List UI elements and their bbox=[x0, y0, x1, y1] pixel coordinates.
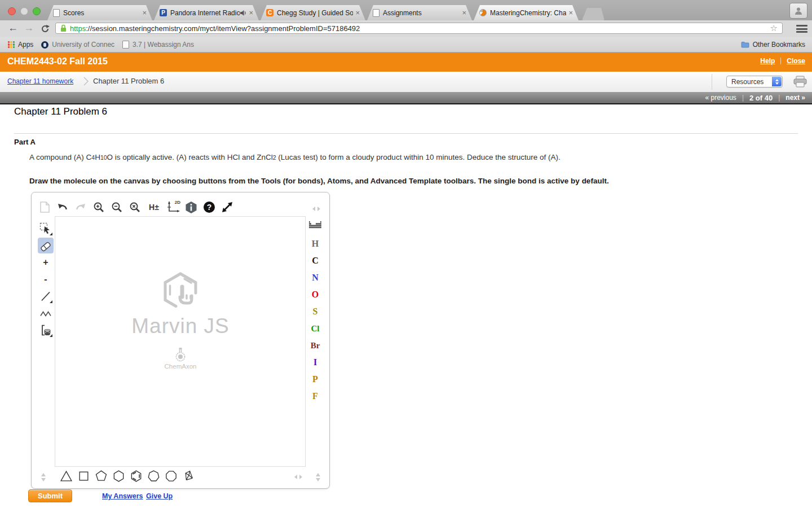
single-bond-tool[interactable] bbox=[38, 288, 54, 304]
bookmark-star-icon[interactable]: ☆ bbox=[770, 23, 778, 33]
tab-chegg[interactable]: C Chegg Study | Guided Solu × bbox=[261, 5, 365, 20]
help-link[interactable]: Help bbox=[760, 57, 775, 65]
tab-masteringchemistry-active[interactable]: MasteringChemistry: Chap × bbox=[474, 5, 579, 20]
template-cyclopropane[interactable] bbox=[60, 470, 73, 483]
print-icon[interactable] bbox=[793, 76, 807, 87]
url-text: ://session.masteringchemistry.com/myct/i… bbox=[86, 24, 360, 33]
atom-button-o[interactable]: O bbox=[306, 286, 324, 303]
svg-text:?: ? bbox=[207, 203, 212, 212]
bookmark-webassign[interactable]: 3.7 | Webassign Ans bbox=[122, 41, 194, 49]
submit-button[interactable]: Submit bbox=[28, 489, 72, 502]
close-link[interactable]: Close bbox=[787, 57, 805, 65]
periodic-table-icon[interactable] bbox=[306, 218, 324, 232]
template-cyclohexane[interactable] bbox=[112, 470, 125, 483]
url-field[interactable]: https://session.masteringchemistry.com/m… bbox=[55, 23, 783, 34]
tab-close-icon[interactable]: × bbox=[142, 8, 147, 17]
tab-scores[interactable]: Scores × bbox=[47, 5, 152, 20]
dropdown-corner bbox=[50, 300, 52, 303]
divider bbox=[14, 133, 798, 134]
pager-position: 2 of 40 bbox=[749, 94, 773, 102]
breadcrumb-current: Chapter 11 Problem 6 bbox=[93, 77, 164, 85]
window-zoom-button[interactable] bbox=[33, 7, 41, 15]
bookmark-apps[interactable]: Apps bbox=[8, 41, 33, 49]
page-title: Chapter 11 Problem 6 bbox=[14, 106, 107, 117]
atom-button-cl[interactable]: Cl bbox=[306, 320, 324, 337]
bookmark-label: Apps bbox=[18, 41, 33, 49]
speaker-icon bbox=[240, 10, 246, 16]
tab-title: Assignments bbox=[383, 9, 460, 17]
page-icon bbox=[373, 9, 379, 17]
atom-button-s[interactable]: S bbox=[306, 303, 324, 320]
redo-icon[interactable] bbox=[74, 200, 87, 214]
zoom-out-icon[interactable] bbox=[111, 200, 123, 214]
page-icon bbox=[53, 9, 60, 17]
new-tab-button[interactable] bbox=[582, 8, 604, 20]
template-cyclopentane[interactable] bbox=[95, 470, 108, 483]
group-tool[interactable] bbox=[38, 322, 54, 338]
tab-close-icon[interactable]: × bbox=[568, 8, 573, 17]
folder-icon bbox=[741, 41, 749, 48]
undo-icon[interactable] bbox=[56, 200, 69, 214]
bookmark-uconn[interactable]: University of Connec bbox=[41, 41, 114, 49]
tab-close-icon[interactable]: × bbox=[462, 8, 466, 17]
template-cycloheptane[interactable] bbox=[147, 470, 160, 483]
new-document-icon[interactable] bbox=[38, 200, 51, 214]
atom-button-p[interactable]: P bbox=[306, 371, 324, 388]
selection-tool[interactable] bbox=[38, 221, 54, 237]
next-button[interactable]: next » bbox=[785, 94, 805, 102]
tab-assignments[interactable]: Assignments × bbox=[367, 5, 472, 20]
increase-charge-tool[interactable]: + bbox=[38, 255, 54, 270]
zoom-reset-icon[interactable] bbox=[129, 200, 141, 214]
my-answers-link[interactable]: My Answers bbox=[102, 492, 143, 500]
minus-label: - bbox=[44, 274, 47, 284]
window-minimize-button[interactable] bbox=[20, 7, 28, 15]
atom-button-i[interactable]: I bbox=[306, 354, 324, 371]
toolbar-overflow-arrows[interactable] bbox=[312, 207, 320, 211]
editor-top-toolbar: H± 2D ? bbox=[38, 197, 239, 217]
reload-icon[interactable] bbox=[41, 24, 50, 33]
window-close-button[interactable] bbox=[8, 7, 16, 15]
decrease-charge-tool[interactable]: - bbox=[38, 271, 54, 287]
give-up-link[interactable]: Give Up bbox=[146, 492, 173, 500]
chain-tool[interactable] bbox=[38, 305, 54, 321]
atom-button-n[interactable]: N bbox=[306, 269, 324, 286]
atom-button-c[interactable]: C bbox=[306, 252, 324, 269]
other-bookmarks[interactable]: Other Bookmarks bbox=[741, 41, 805, 49]
template-norbornane[interactable] bbox=[182, 470, 195, 483]
resources-select[interactable]: Resources bbox=[726, 76, 783, 87]
editor-resize-spinner[interactable] bbox=[316, 473, 320, 481]
pager-bar: « previous | 2 of 40 | next » bbox=[0, 92, 812, 104]
template-benzene[interactable] bbox=[130, 470, 143, 483]
hydrogens-button[interactable]: H± bbox=[147, 200, 161, 214]
back-icon[interactable]: ← bbox=[8, 22, 18, 34]
fullscreen-icon[interactable] bbox=[221, 200, 233, 214]
atom-button-br[interactable]: Br bbox=[306, 337, 324, 354]
previous-button[interactable]: « previous bbox=[705, 94, 736, 102]
clean-2d-icon[interactable]: 2D bbox=[167, 200, 179, 214]
info-icon[interactable] bbox=[185, 200, 197, 214]
templates-scroll-left-right[interactable] bbox=[294, 475, 302, 479]
zoom-in-icon[interactable] bbox=[92, 200, 105, 214]
statement-text: O is optically active. (A) reacts with H… bbox=[107, 153, 273, 161]
tab-close-icon[interactable]: × bbox=[355, 8, 360, 17]
template-cyclobutane[interactable] bbox=[77, 470, 90, 483]
tab-close-icon[interactable]: × bbox=[249, 8, 253, 17]
tab-title: Pandora Internet Radio bbox=[170, 9, 240, 17]
address-bar: ← → https://session.masteringchemistry.c… bbox=[0, 20, 812, 37]
chrome-menu-icon[interactable] bbox=[796, 25, 807, 33]
profile-button[interactable] bbox=[789, 3, 807, 19]
templates-scroll-up-down[interactable] bbox=[41, 473, 46, 481]
chevron-right-icon bbox=[83, 77, 89, 86]
atom-button-h[interactable]: H bbox=[306, 235, 324, 252]
window-controls bbox=[8, 7, 41, 15]
help-icon[interactable]: ? bbox=[203, 200, 215, 214]
eraser-tool[interactable] bbox=[38, 238, 54, 253]
atom-button-f[interactable]: F bbox=[306, 388, 324, 405]
forward-icon[interactable]: → bbox=[24, 22, 34, 34]
drawing-canvas[interactable] bbox=[55, 216, 306, 467]
tab-title: Scores bbox=[63, 9, 140, 17]
uconn-icon bbox=[41, 41, 48, 49]
tab-pandora[interactable]: P Pandora Internet Radio × bbox=[154, 5, 259, 20]
template-cyclooctane[interactable] bbox=[165, 470, 178, 483]
breadcrumb-link-homework[interactable]: Chapter 11 homework bbox=[7, 77, 73, 85]
